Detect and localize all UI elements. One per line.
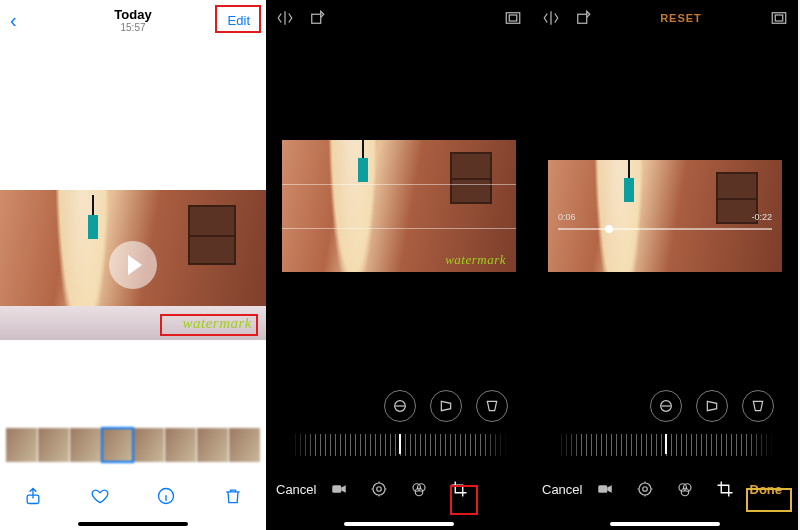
video-scrubber[interactable]: 0:06 -0:22 — [558, 228, 772, 230]
editor-bottom-toolbar: Cancel — [266, 468, 532, 510]
svg-point-18 — [643, 487, 648, 492]
svg-rect-12 — [578, 14, 587, 23]
perspective-v-button[interactable] — [742, 390, 774, 422]
thumb[interactable] — [197, 428, 228, 462]
thumb[interactable] — [229, 428, 260, 462]
thumb-active[interactable] — [102, 428, 133, 462]
crop-handle-tr[interactable] — [502, 140, 516, 154]
straighten-button[interactable] — [650, 390, 682, 422]
crop-stage: watermark — [266, 140, 532, 290]
filters-tab-icon[interactable] — [410, 480, 428, 498]
crop-handle-br[interactable] — [502, 258, 516, 272]
perspective-v-button[interactable] — [476, 390, 508, 422]
thumb[interactable] — [6, 428, 37, 462]
flip-icon[interactable] — [542, 9, 560, 27]
watermark-text: watermark — [445, 252, 506, 268]
home-indicator[interactable] — [78, 522, 188, 526]
thumb[interactable] — [70, 428, 101, 462]
crop-tab-icon[interactable] — [450, 480, 468, 498]
done-button[interactable]: Done — [744, 480, 789, 499]
header-title-wrap: Today 15:57 — [0, 7, 266, 33]
filters-tab-icon[interactable] — [676, 480, 694, 498]
crop-editor-screen: watermark Cancel — [266, 0, 532, 530]
header-subtitle: 15:57 — [0, 22, 266, 33]
svg-point-11 — [415, 488, 423, 496]
video-preview[interactable]: watermark — [0, 190, 266, 340]
svg-point-21 — [681, 488, 689, 496]
share-icon[interactable] — [23, 486, 43, 506]
angle-ruler[interactable] — [556, 434, 774, 456]
perspective-h-button[interactable] — [430, 390, 462, 422]
angle-ruler[interactable] — [290, 434, 508, 456]
photos-bottom-toolbar — [0, 476, 266, 516]
trash-icon[interactable] — [223, 486, 243, 506]
adjust-tab-icon[interactable] — [636, 480, 654, 498]
crop-handle-tl[interactable] — [282, 140, 296, 154]
svg-point-20 — [684, 484, 692, 492]
svg-rect-3 — [506, 13, 520, 24]
crop-image[interactable] — [548, 160, 782, 272]
svg-point-8 — [377, 487, 382, 492]
scene-lamp — [358, 158, 368, 182]
scene-window — [450, 152, 492, 204]
thumb[interactable] — [165, 428, 196, 462]
photos-topbar: ‹ Today 15:57 Edit — [0, 0, 266, 40]
rotate-icon[interactable] — [308, 9, 326, 27]
adjust-tab-icon[interactable] — [370, 480, 388, 498]
perspective-h-button[interactable] — [696, 390, 728, 422]
svg-point-7 — [373, 483, 385, 495]
crop-handle-bl[interactable] — [282, 258, 296, 272]
svg-rect-16 — [598, 485, 607, 493]
aspect-icon[interactable] — [504, 9, 522, 27]
info-icon[interactable] — [156, 486, 176, 506]
editor-topbar: RESET — [532, 0, 798, 36]
svg-rect-4 — [509, 15, 517, 21]
aspect-icon[interactable] — [770, 9, 788, 27]
svg-rect-6 — [332, 485, 341, 493]
scene-lamp — [88, 215, 98, 239]
heart-icon[interactable] — [90, 486, 110, 506]
scene-arch — [328, 140, 378, 272]
crop-handle-br[interactable] — [768, 258, 782, 272]
thumbnail-filmstrip[interactable] — [0, 428, 266, 462]
crop-handle-tr[interactable] — [768, 160, 782, 174]
ruler-marker[interactable] — [399, 430, 401, 454]
crop-handle-tl[interactable] — [548, 160, 562, 174]
crop-handle-bl[interactable] — [548, 258, 562, 272]
thumb[interactable] — [38, 428, 69, 462]
reset-button[interactable]: RESET — [660, 12, 702, 24]
editor-bottom-toolbar: Cancel Done — [532, 468, 798, 510]
thumb[interactable] — [134, 428, 165, 462]
watermark-text: watermark — [183, 315, 253, 332]
svg-rect-13 — [772, 13, 786, 24]
straighten-button[interactable] — [384, 390, 416, 422]
header-title: Today — [0, 7, 266, 22]
home-indicator[interactable] — [610, 522, 720, 526]
home-indicator[interactable] — [344, 522, 454, 526]
flip-icon[interactable] — [276, 9, 294, 27]
crop-frame[interactable]: watermark — [282, 140, 516, 272]
scene-lamp — [624, 178, 634, 202]
crop-tab-icon[interactable] — [716, 480, 734, 498]
video-tab-icon[interactable] — [596, 480, 614, 498]
crop-frame[interactable]: 0:06 -0:22 — [548, 160, 782, 272]
cancel-button[interactable]: Cancel — [276, 482, 316, 497]
adjust-circle-row — [266, 390, 532, 426]
crop-stage: 0:06 -0:22 — [532, 160, 798, 310]
svg-point-10 — [418, 484, 426, 492]
play-button[interactable] — [109, 241, 157, 289]
svg-rect-14 — [775, 15, 783, 21]
photos-viewer-screen: ‹ Today 15:57 Edit watermark — [0, 0, 266, 530]
scene-window — [188, 205, 236, 265]
ruler-marker[interactable] — [665, 430, 667, 454]
svg-point-17 — [639, 483, 651, 495]
editor-tabs — [596, 480, 734, 498]
rotate-icon[interactable] — [574, 9, 592, 27]
svg-rect-2 — [312, 14, 321, 23]
editor-topbar — [266, 0, 532, 36]
cancel-button[interactable]: Cancel — [542, 482, 582, 497]
video-tab-icon[interactable] — [330, 480, 348, 498]
editor-tabs — [330, 480, 468, 498]
adjust-circle-row — [532, 390, 798, 426]
scene-arch — [594, 160, 644, 272]
